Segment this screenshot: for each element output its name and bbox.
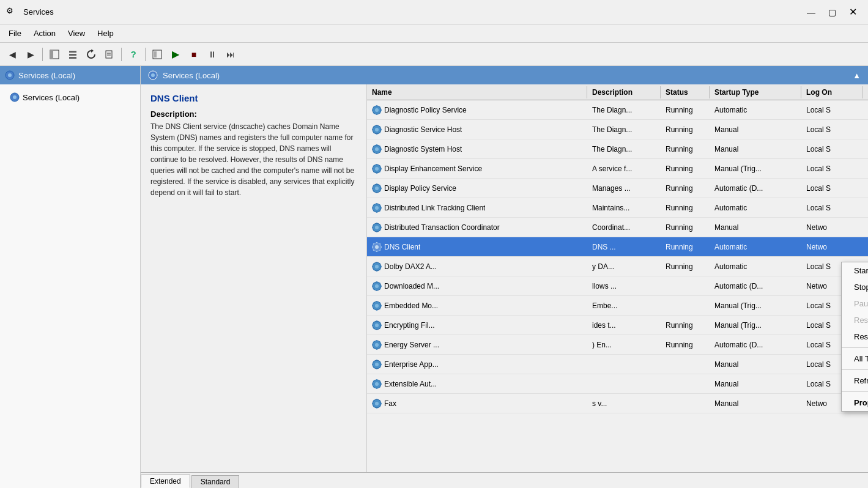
context-menu-item-properties[interactable]: Properties — [842, 394, 868, 411]
properties-icon — [152, 50, 162, 59]
table-row[interactable]: Enterprise App...ManualLocal S — [367, 355, 868, 374]
minimize-button[interactable]: — — [802, 3, 820, 21]
service-status-cell: Running — [661, 339, 710, 350]
table-row[interactable]: Diagnostic Policy ServiceThe Diagn...Run… — [367, 100, 868, 120]
col-header-logon[interactable]: Log On — [801, 86, 862, 98]
context-menu-item-all-tasks[interactable]: All Tasks▶ — [842, 350, 868, 367]
service-logon-cell: Local S — [801, 124, 862, 135]
svg-point-55 — [375, 167, 379, 171]
service-status-cell: Running — [661, 144, 710, 155]
gear-icon — [372, 164, 382, 174]
table-row[interactable]: DNS ClientDNS ...RunningAutomaticNetwo — [367, 237, 868, 257]
export-button[interactable] — [101, 46, 118, 63]
desc-label: Description: — [150, 109, 357, 119]
resume-service-button[interactable]: ⏭ — [222, 46, 239, 63]
service-name-cell: Diagnostic Policy Service — [367, 104, 587, 116]
service-startup-cell: Automatic — [710, 202, 801, 213]
table-row[interactable]: Display Policy ServiceManages ...Running… — [367, 179, 868, 198]
toolbar-separator-2 — [121, 48, 122, 61]
service-desc-cell: Maintains... — [587, 202, 661, 213]
gear-icon — [372, 399, 382, 409]
svg-point-15 — [151, 73, 155, 77]
service-name-cell: Distributed Transaction Coordinator — [367, 221, 587, 234]
gear-icon — [372, 223, 382, 232]
list-view-button[interactable] — [64, 46, 81, 63]
service-status-cell: Running — [661, 105, 710, 116]
table-row[interactable]: Downloaded M...llows ...Automatic (D...N… — [367, 276, 868, 296]
table-row[interactable]: Distributed Link Tracking ClientMaintain… — [367, 198, 868, 218]
table-row[interactable]: Embedded Mo...Embe...Manual (Trig...Loca… — [367, 296, 868, 316]
context-menu-item-resume: Resume — [842, 312, 868, 328]
service-name-text: Enterprise App... — [384, 360, 439, 369]
col-header-name[interactable]: Name — [367, 86, 587, 98]
service-startup-cell: Automatic (D... — [710, 339, 801, 350]
col-header-desc[interactable]: Description — [587, 86, 661, 98]
table-row[interactable]: Faxs v...ManualNetwo — [367, 394, 868, 413]
table-row[interactable]: Diagnostic System HostThe Diagn...Runnin… — [367, 139, 868, 159]
left-panel-content: Services (Local) — [0, 84, 140, 110]
service-name-text: Energy Server ... — [384, 341, 439, 349]
service-name-cell: DNS Client — [367, 241, 587, 253]
show-hide-panel-button[interactable] — [46, 46, 63, 63]
left-panel: Services (Local) Services (Local) — [0, 66, 141, 488]
service-desc-cell: Manages ... — [587, 183, 661, 194]
pause-service-button[interactable]: ⏸ — [204, 46, 221, 63]
tab-standard[interactable]: Standard — [191, 475, 240, 488]
table-row[interactable]: Display Enhancement ServiceA service f..… — [367, 159, 868, 179]
right-panel-title: Services (Local) — [163, 71, 220, 80]
gear-icon — [372, 301, 382, 311]
service-logon-cell: Local S — [801, 202, 862, 213]
service-status-cell: Running — [661, 261, 710, 272]
gear-icon — [372, 262, 382, 272]
service-name-text: Dolby DAX2 A... — [384, 262, 437, 271]
properties-button[interactable] — [149, 46, 166, 63]
service-name-text: Diagnostic Policy Service — [384, 106, 467, 114]
context-menu-item-restart[interactable]: Restart — [842, 328, 868, 345]
start-service-button[interactable]: ▶ — [167, 46, 184, 63]
service-startup-cell: Manual — [710, 379, 801, 390]
context-menu-item-stop[interactable]: Stop — [842, 279, 868, 295]
svg-point-11 — [8, 73, 12, 77]
stop-service-button[interactable]: ■ — [185, 46, 202, 63]
gear-icon — [372, 340, 382, 350]
service-status-cell — [661, 363, 710, 366]
refresh-button[interactable] — [83, 46, 100, 63]
context-menu-item-label: Properties — [854, 398, 868, 407]
menu-help[interactable]: Help — [91, 26, 120, 40]
svg-rect-3 — [69, 54, 76, 56]
help-button[interactable]: ? — [125, 46, 142, 63]
table-row[interactable]: Distributed Transaction CoordinatorCoord… — [367, 218, 868, 237]
gear-icon — [372, 203, 382, 213]
service-startup-cell: Manual (Trig... — [710, 163, 801, 174]
table-row[interactable]: Energy Server ...) En...RunningAutomatic… — [367, 335, 868, 355]
context-menu-item-start[interactable]: Start — [842, 262, 868, 279]
col-header-status[interactable]: Status — [661, 86, 710, 98]
left-panel-title: Services (Local) — [18, 71, 75, 80]
back-button[interactable]: ◀ — [4, 46, 21, 63]
col-header-startup[interactable]: Startup Type — [710, 86, 801, 98]
menu-action[interactable]: Action — [28, 26, 62, 40]
svg-rect-4 — [69, 57, 76, 59]
maximize-button[interactable]: ▢ — [823, 3, 841, 21]
forward-button[interactable]: ▶ — [22, 46, 39, 63]
table-row[interactable]: Dolby DAX2 A...y DA...RunningAutomaticLo… — [367, 257, 868, 276]
tab-extended[interactable]: Extended — [141, 475, 190, 488]
context-menu-separator — [842, 391, 868, 392]
toolbar: ◀ ▶ ? ▶ ■ ⏸ ⏭ — [0, 43, 868, 66]
content-area: DNS Client Description: The DNS Client s… — [141, 84, 868, 472]
service-startup-cell: Manual — [710, 398, 801, 409]
table-row[interactable]: Diagnostic Service HostThe Diagn...Runni… — [367, 120, 868, 139]
service-name-text: Diagnostic System Host — [384, 145, 462, 153]
service-name-text: Fax — [384, 399, 396, 408]
left-panel-services-item[interactable]: Services (Local) — [6, 91, 134, 104]
menu-file[interactable]: File — [2, 26, 28, 40]
close-button[interactable]: ✕ — [844, 3, 862, 21]
table-row[interactable]: Extensible Aut...ManualLocal S — [367, 374, 868, 394]
service-status-cell: Running — [661, 124, 710, 135]
main-container: Services (Local) Services (Local) Servic… — [0, 66, 868, 488]
table-row[interactable]: Encrypting Fil...ides t...RunningManual … — [367, 316, 868, 335]
toolbar-separator-1 — [42, 48, 43, 61]
context-menu-item-refresh[interactable]: Refresh — [842, 372, 868, 389]
menu-view[interactable]: View — [62, 26, 91, 40]
service-name-cell: Diagnostic System Host — [367, 143, 587, 155]
